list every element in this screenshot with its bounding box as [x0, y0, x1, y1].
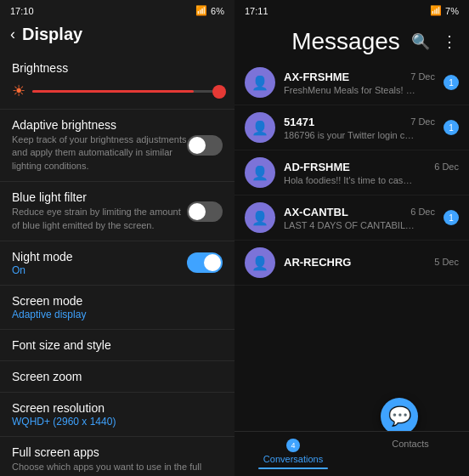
adaptive-brightness-desc: Keep track of your brightness adjustment… [12, 133, 187, 173]
badge-3: 1 [444, 210, 459, 225]
message-content-1: 51471 7 Dec 186796 is your Twitter login… [284, 116, 435, 140]
tab-conversations[interactable]: 4 Conversations [234, 432, 352, 476]
compose-fab[interactable]: 💬 [381, 398, 418, 435]
preview-1: 186796 is your Twitter login code. Don't… [284, 130, 415, 140]
left-status-icons: 📶 6% [195, 5, 224, 16]
screen-mode-sub: Adaptive display [12, 309, 223, 320]
adaptive-brightness-toggle[interactable] [187, 135, 223, 156]
message-content-2: AD-FRSHME 6 Dec Hola foodies!! It's time… [284, 161, 459, 185]
contacts-label: Contacts [392, 439, 428, 449]
display-settings-panel: 17:10 📶 6% ‹ Display Brightness ☀ Adapt [0, 0, 234, 476]
screen-resolution-item[interactable]: Screen resolution WQHD+ (2960 x 1440) [0, 393, 234, 437]
message-row-3: AX-CANTBL 6 Dec [284, 206, 435, 218]
message-row-1: 51471 7 Dec [284, 116, 435, 128]
sender-0: AX-FRSHME [284, 71, 349, 83]
message-item-3[interactable]: 👤 AX-CANTBL 6 Dec LAST 4 DAYS OF CANTABI… [234, 196, 469, 241]
screen-mode-label: Screen mode [12, 294, 223, 308]
message-row-4: AR-RECHRG 5 Dec [284, 256, 459, 269]
avatar-4: 👤 [245, 247, 275, 278]
right-status-bar: 17:11 📶 7% [234, 0, 469, 20]
blue-light-filter-content: Blue light filter Reduce eye strain by l… [12, 190, 187, 232]
messages-header: Messages 🔍 ⋮ [234, 20, 469, 60]
battery-text: 6% [211, 6, 224, 16]
blue-light-filter-knob [189, 203, 206, 220]
sender-2: AD-FRSHME [284, 161, 350, 173]
brightness-section[interactable]: Brightness ☀ [0, 53, 234, 110]
tab-contacts[interactable]: Contacts [352, 432, 469, 476]
screen-mode-item[interactable]: Screen mode Adaptive display [0, 286, 234, 330]
messages-header-icons: 🔍 ⋮ [411, 32, 457, 51]
more-options-icon[interactable]: ⋮ [442, 32, 457, 51]
sun-icon: ☀ [12, 82, 25, 100]
adaptive-brightness-knob [189, 137, 206, 154]
left-time: 17:10 [10, 6, 34, 16]
brightness-fill [32, 90, 194, 93]
bottom-nav: 4 Conversations Contacts [234, 431, 469, 476]
message-row-2: AD-FRSHME 6 Dec [284, 161, 459, 173]
blue-light-filter-toggle[interactable] [187, 201, 223, 222]
message-item-4[interactable]: 👤 AR-RECHRG 5 Dec [234, 241, 469, 286]
brightness-slider[interactable] [32, 90, 223, 93]
right-time: 17:11 [245, 6, 268, 16]
avatar-2: 👤 [245, 157, 275, 188]
preview-3: LAST 4 DAYS OF CANTABIL SPECIAL PREVIEW … [284, 220, 415, 230]
adaptive-brightness-item[interactable]: Adaptive brightness Keep track of your b… [0, 110, 234, 182]
display-title: Display [22, 25, 82, 44]
date-2: 6 Dec [434, 162, 459, 172]
date-0: 7 Dec [410, 71, 435, 82]
right-battery-text: 7% [445, 6, 459, 16]
message-item-2[interactable]: 👤 AD-FRSHME 6 Dec Hola foodies!! It's ti… [234, 150, 469, 196]
avatar-3: 👤 [245, 202, 275, 233]
brightness-thumb [212, 85, 226, 99]
message-item-0[interactable]: 👤 AX-FRSHME 7 Dec FreshMenu Meals for St… [234, 60, 469, 105]
signal-icon: 📶 [195, 5, 207, 16]
conversations-label: Conversations [263, 454, 323, 464]
sender-4: AR-RECHRG [284, 256, 351, 269]
sender-3: AX-CANTBL [284, 206, 348, 218]
font-size-item[interactable]: Font size and style [0, 330, 234, 361]
message-content-3: AX-CANTBL 6 Dec LAST 4 DAYS OF CANTABIL … [284, 206, 435, 230]
message-content-0: AX-FRSHME 7 Dec FreshMenu Meals for Stea… [284, 71, 435, 95]
full-screen-apps-label: Full screen apps [12, 445, 223, 459]
blue-light-filter-label: Blue light filter [12, 190, 187, 204]
avatar-0: 👤 [245, 67, 275, 98]
adaptive-brightness-label: Adaptive brightness [12, 118, 187, 132]
full-screen-apps-desc: Choose which apps you want to use in the… [12, 461, 223, 476]
night-mode-label: Night mode [12, 250, 187, 264]
back-button[interactable]: ‹ [10, 26, 15, 43]
night-mode-content: Night mode On [12, 250, 187, 276]
full-screen-apps-item[interactable]: Full screen apps Choose which apps you w… [0, 437, 234, 476]
adaptive-brightness-content: Adaptive brightness Keep track of your b… [12, 118, 187, 173]
date-4: 5 Dec [434, 257, 459, 267]
right-signal-icon: 📶 [430, 5, 442, 16]
screen-resolution-sub: WQHD+ (2960 x 1440) [12, 416, 223, 428]
night-mode-toggle[interactable] [187, 252, 223, 273]
sender-1: 51471 [284, 116, 314, 128]
settings-list: Brightness ☀ Adaptive brightness Keep tr… [0, 53, 234, 476]
messages-panel: 17:11 📶 7% Messages 🔍 ⋮ 👤 AX-FRSHME 7 De… [234, 0, 469, 476]
messages-title: Messages [280, 28, 411, 55]
night-mode-sub: On [12, 264, 187, 276]
screen-zoom-label: Screen zoom [12, 370, 223, 383]
night-mode-item[interactable]: Night mode On [0, 241, 234, 286]
date-1: 7 Dec [410, 116, 435, 127]
screen-resolution-label: Screen resolution [12, 401, 223, 415]
avatar-1: 👤 [245, 112, 275, 143]
blue-light-filter-desc: Reduce eye strain by limiting the amount… [12, 206, 187, 232]
date-3: 6 Dec [410, 207, 435, 217]
message-row-0: AX-FRSHME 7 Dec [284, 71, 435, 83]
badge-0: 1 [444, 75, 459, 90]
preview-2: Hola foodies!! It's time to cashback. Pa… [284, 175, 415, 185]
blue-light-filter-item[interactable]: Blue light filter Reduce eye strain by l… [0, 182, 234, 241]
left-status-bar: 17:10 📶 6% [0, 0, 234, 20]
conversations-badge: 4 [286, 439, 300, 452]
tab-indicator [258, 468, 329, 469]
font-size-label: Font size and style [12, 338, 223, 352]
screen-zoom-item[interactable]: Screen zoom [0, 361, 234, 393]
preview-0: FreshMenu Meals for Steals! Rs 50 OFF on… [284, 85, 415, 95]
message-item-1[interactable]: 👤 51471 7 Dec 186796 is your Twitter log… [234, 105, 469, 150]
message-content-4: AR-RECHRG 5 Dec [284, 256, 459, 270]
search-icon[interactable]: 🔍 [411, 32, 430, 51]
night-mode-knob [204, 254, 221, 271]
messages-list: 👤 AX-FRSHME 7 Dec FreshMenu Meals for St… [234, 60, 469, 431]
